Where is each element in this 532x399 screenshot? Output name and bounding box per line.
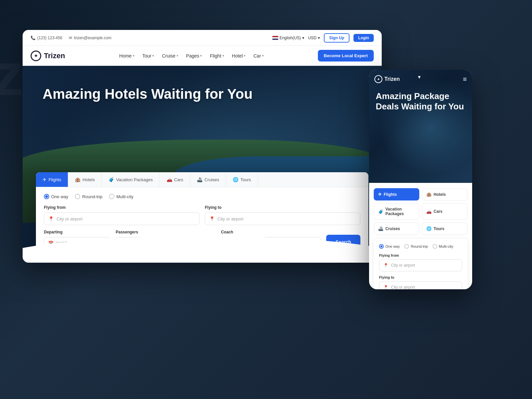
phone-number: (123) 123-456 [37, 36, 62, 40]
mobile-multicity-radio[interactable] [433, 244, 437, 249]
chevron-icon: ▾ [262, 54, 264, 58]
tab-tours[interactable]: 🌐 Tours [226, 172, 258, 187]
trip-options: One way Round-trip Multi-city [44, 194, 360, 199]
chevron-icon: ▾ [152, 54, 154, 58]
login-button[interactable]: Login [353, 34, 374, 42]
nav-tour[interactable]: Tour ▾ [142, 53, 154, 59]
cruises-tab-icon: 🚢 [197, 177, 202, 182]
logo-text: Trizen [44, 52, 65, 60]
mobile-multicity[interactable]: Multi-city [433, 244, 453, 249]
mobile-roundtrip[interactable]: Round-trip [404, 244, 428, 249]
nav-hotel[interactable]: Hotel ▾ [232, 53, 246, 59]
search-tabs: ✈ Flights 🏨 Hotels 🧳 Vacation Packages 🚗… [36, 172, 368, 187]
hotels-tab-icon: 🏨 [75, 177, 80, 182]
flying-to-label: Flying to [205, 205, 360, 210]
mobile-flying-to-placeholder: City or airport [391, 285, 415, 289]
mobile-vacation-label: Vacation Packages [385, 207, 415, 216]
mobile-flying-to-field: Flying to 📍 City or airport [379, 275, 462, 289]
tab-cars[interactable]: 🚗 Cars [160, 172, 190, 187]
flying-from-label: Flying from [44, 205, 200, 210]
mobile-pin-icon: 📍 [383, 263, 388, 268]
nav-links: Home ▾ Tour ▾ Cruise ▾ Pages ▾ Flight ▾ … [119, 53, 264, 59]
multicity-radio[interactable] [109, 194, 114, 199]
flying-to-input[interactable]: 📍 City or airport [205, 212, 360, 225]
mobile-tabs-section: ✈ Flights 🏨 Hotels 🧳 Vacation Packages 🚗… [369, 183, 472, 235]
currency-chevron: ▾ [318, 36, 320, 40]
email-address: trizen@example.com [74, 36, 111, 40]
desktop-mockup: 📞 (123) 123-456 ✉ trizen@example.com Eng… [23, 30, 382, 263]
mobile-tab-tours[interactable]: 🌐 Tours [422, 222, 467, 235]
mobile-trip-options: One way Round-trip Multi-city [379, 244, 462, 249]
become-expert-button[interactable]: Become Local Expert [318, 50, 374, 62]
mobile-flying-to-input[interactable]: 📍 City or airport [379, 281, 462, 289]
mobile-flying-from-label: Flying from [379, 253, 462, 257]
flying-to-field: Flying to 📍 City or airport [205, 205, 360, 225]
phone-icon: 📞 [31, 36, 36, 40]
mobile-cruises-label: Cruises [385, 226, 400, 231]
mobile-tab-cars[interactable]: 🚗 Cars [422, 203, 467, 220]
vacation-tab-icon: 🧳 [108, 177, 114, 182]
roundtrip-label: Round-trip [82, 194, 102, 199]
mobile-nav: ✦ Trizen ≡ [369, 70, 472, 83]
pin-icon-2: 📍 [209, 216, 215, 221]
flying-from-input[interactable]: 📍 City or airport [44, 212, 200, 225]
mobile-hero-title: Amazing Package Deals Waiting for You [369, 83, 472, 112]
flag-icon [272, 36, 278, 40]
oneway-radio[interactable] [44, 194, 49, 199]
multicity-label: Multi-city [116, 194, 133, 199]
tab-vacation-packages[interactable]: 🧳 Vacation Packages [102, 172, 160, 187]
vacation-tab-label: Vacation Packages [116, 177, 153, 182]
mobile-roundtrip-radio[interactable] [404, 244, 409, 249]
flights-tab-label: Flights [49, 177, 61, 182]
oneway-option[interactable]: One way [44, 194, 68, 199]
roundtrip-radio[interactable] [75, 194, 80, 199]
mobile-flying-from-placeholder: City or airport [391, 263, 415, 268]
nav-home[interactable]: Home ▾ [119, 53, 134, 59]
tab-hotels[interactable]: 🏨 Hotels [68, 172, 102, 187]
oneway-label: One way [51, 194, 68, 199]
chevron-icon: ▾ [222, 54, 224, 58]
flying-from-placeholder: City or airport [57, 216, 82, 221]
currency-selector[interactable]: USD ▾ [308, 36, 320, 40]
nav-flight[interactable]: Flight ▾ [210, 53, 224, 59]
hero-title: Amazing Hotels Waiting for You [43, 86, 362, 102]
mobile-flights-icon: ✈ [378, 192, 382, 197]
topbar-left: 📞 (123) 123-456 ✉ trizen@example.com [31, 36, 111, 40]
mobile-tours-label: Tours [434, 226, 444, 231]
tab-flights[interactable]: ✈ Flights [36, 172, 68, 187]
passengers-label: Passengers [116, 230, 216, 234]
desktop-nav: ✦ Trizen Home ▾ Tour ▾ Cruise ▾ Pages ▾ … [23, 46, 382, 66]
mobile-cruises-icon: 🚢 [378, 226, 383, 231]
roundtrip-option[interactable]: Round-trip [75, 194, 102, 199]
mobile-hotels-label: Hotels [434, 192, 446, 197]
location-row: Flying from 📍 City or airport Flying to … [44, 205, 360, 225]
mobile-logo-text: Trizen [384, 76, 400, 82]
mobile-hero: ▾ ✦ Trizen ≡ Amazing Package Deals Waiti… [369, 70, 472, 183]
currency-label: USD [308, 36, 317, 40]
topbar-right: English(US) ▾ USD ▾ Sign Up Login [272, 33, 374, 43]
nav-car[interactable]: Car ▾ [253, 53, 264, 59]
mobile-roundtrip-label: Round-trip [411, 244, 428, 248]
mobile-tab-hotels[interactable]: 🏨 Hotels [422, 188, 467, 200]
logo-icon: ✦ [31, 51, 41, 61]
language-selector[interactable]: English(US) ▾ [272, 36, 304, 40]
multicity-option[interactable]: Multi-city [109, 194, 133, 199]
nav-cruise[interactable]: Cruise ▾ [162, 53, 178, 59]
signup-button[interactable]: Sign Up [324, 33, 349, 43]
mobile-oneway-radio[interactable] [379, 244, 384, 249]
mobile-hotels-icon: 🏨 [426, 192, 432, 197]
email-icon: ✉ [69, 36, 72, 40]
tours-tab-icon: 🌐 [233, 177, 238, 182]
nav-pages[interactable]: Pages ▾ [186, 53, 202, 59]
mobile-tab-cruises[interactable]: 🚢 Cruises [374, 222, 419, 235]
tab-cruises[interactable]: 🚢 Cruises [190, 172, 226, 187]
mobile-vacation-icon: 🧳 [378, 209, 383, 214]
mobile-tab-flights[interactable]: ✈ Flights [374, 188, 419, 200]
mobile-flying-from-field: Flying from 📍 City or airport [379, 253, 462, 271]
mobile-flying-from-input[interactable]: 📍 City or airport [379, 259, 462, 271]
flying-from-field: Flying from 📍 City or airport [44, 205, 200, 225]
mobile-logo: ✦ Trizen [374, 75, 400, 83]
mobile-oneway[interactable]: One way [379, 244, 400, 249]
mobile-tab-vacation[interactable]: 🧳 Vacation Packages [374, 203, 419, 220]
hamburger-menu[interactable]: ≡ [463, 75, 467, 83]
